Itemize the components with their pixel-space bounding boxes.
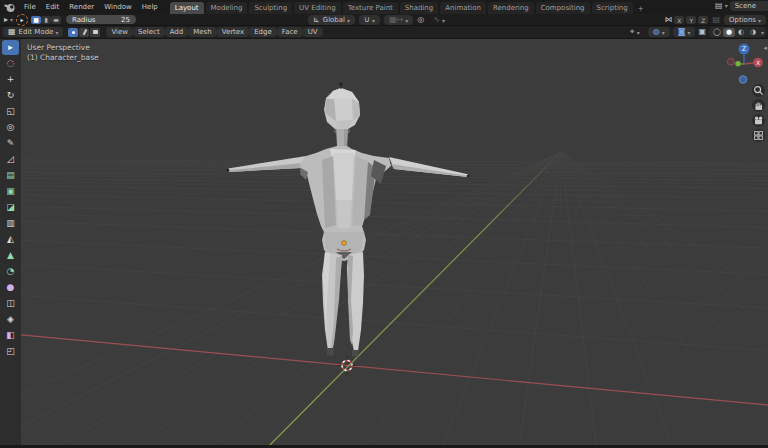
smooth-tool-button[interactable]: ● — [2, 280, 19, 295]
select-mode-extend-button[interactable]: ▮ — [41, 16, 51, 24]
perspective-toggle-button[interactable] — [752, 129, 765, 142]
knife-tool-button[interactable]: ◭ — [2, 232, 19, 247]
poly-build-tool-button[interactable]: ▲ — [2, 248, 19, 263]
falloff-icon: ∿ — [433, 16, 440, 24]
active-tool-indicator[interactable]: ▸ — [16, 14, 28, 26]
magnifier-icon — [753, 85, 764, 96]
mirror-z-button[interactable]: Z — [698, 16, 708, 24]
edge-slide-tool-button[interactable]: ◫ — [2, 296, 19, 311]
tab-texture-paint[interactable]: Texture Paint — [343, 2, 398, 14]
edge-select-icon — [82, 29, 86, 35]
mirror-icon: ⋈ — [664, 16, 672, 24]
mirror-y-button[interactable]: Y — [686, 16, 696, 24]
options-dropdown[interactable]: Options — [724, 15, 766, 25]
transform-tool-button[interactable]: ◎ — [2, 120, 19, 135]
radius-slider[interactable]: Radius 25 — [66, 15, 136, 24]
gizmo-minus-z-axis[interactable] — [739, 76, 747, 84]
falloff-dropdown[interactable]: ∿ — [428, 15, 450, 25]
proportional-edit-toggle[interactable]: ◎ — [417, 16, 424, 24]
gizmo-y-axis[interactable] — [735, 61, 740, 66]
tab-scripting[interactable]: Scripting — [592, 2, 633, 14]
render-pass-icon[interactable]: ▣ — [698, 28, 706, 36]
tab-sculpting[interactable]: Sculpting — [249, 2, 292, 14]
menu-vertex[interactable]: Vertex — [217, 27, 250, 37]
shading-rendered-button[interactable]: ◑ — [747, 28, 759, 37]
snap-target-dropdown[interactable]: ▦ ↦ — [384, 15, 413, 25]
menu-window[interactable]: Window — [99, 3, 137, 11]
select-mode-new-button[interactable]: ■ — [31, 16, 41, 24]
orientation-icon: ⊾ — [313, 16, 320, 24]
tab-layout[interactable]: Layout — [170, 2, 204, 14]
radius-label: Radius — [72, 16, 95, 24]
tweak-tool-button[interactable]: ▸ — [2, 40, 19, 55]
menu-edge[interactable]: Edge — [249, 27, 277, 37]
extrude-region-tool-button[interactable]: ▤ — [2, 168, 19, 183]
extra-option-icon[interactable]: ▤ — [712, 16, 720, 24]
measure-tool-button[interactable]: ◿ — [2, 152, 19, 167]
menu-help[interactable]: Help — [137, 3, 163, 11]
menu-select[interactable]: Select — [133, 27, 165, 37]
loop-cut-tool-button[interactable]: ▥ — [2, 216, 19, 231]
show-gizmos-dropdown[interactable]: ⌖ — [625, 27, 645, 37]
bevel-tool-button[interactable]: ◪ — [2, 200, 19, 215]
blender-logo-icon[interactable] — [4, 1, 16, 13]
face-select-button[interactable] — [90, 28, 100, 37]
inset-faces-tool-button[interactable]: ▣ — [2, 184, 19, 199]
radius-value: 25 — [121, 16, 130, 24]
active-object-label: (1) Character_base — [27, 53, 99, 62]
menu-mesh[interactable]: Mesh — [188, 27, 216, 37]
snap-grid-icon: ▦ — [389, 16, 397, 24]
select-mode-subtract-button[interactable]: ▬ — [51, 16, 61, 24]
menu-face[interactable]: Face — [277, 27, 303, 37]
menu-edit[interactable]: Edit — [41, 3, 65, 11]
mode-dropdown[interactable]: ▦ Edit Mode — [3, 27, 63, 37]
orientation-label: Global — [323, 16, 345, 24]
rotate-tool-button[interactable]: ↻ — [2, 88, 19, 103]
move-tool-button[interactable]: + — [2, 72, 19, 87]
mirror-x-button[interactable]: X — [674, 16, 684, 24]
show-overlays-dropdown[interactable]: ◍ — [648, 27, 670, 37]
menu-file[interactable]: File — [19, 3, 41, 11]
menu-uv[interactable]: UV — [303, 27, 323, 37]
tab-uv-editing[interactable]: UV Editing — [294, 2, 341, 14]
scene-name[interactable]: Scene — [730, 1, 768, 11]
navigation-gizmo[interactable]: Z X — [726, 40, 766, 88]
menu-view[interactable]: View — [106, 27, 133, 37]
menu-render[interactable]: Render — [64, 3, 99, 11]
shading-mode-group: ◯ ● ◐ ◑ — [709, 27, 766, 37]
gizmo-minus-x-axis[interactable] — [727, 58, 734, 65]
annotate-tool-button[interactable]: ✎ — [2, 136, 19, 151]
tool-header-icon[interactable]: ▸ — [4, 16, 13, 24]
scale-tool-button[interactable]: ◱ — [2, 104, 19, 119]
gizmo-z-label: Z — [742, 45, 747, 53]
edge-select-button[interactable] — [79, 28, 89, 37]
tab-rendering[interactable]: Rendering — [488, 2, 534, 14]
shading-wireframe-button[interactable]: ◯ — [711, 28, 723, 37]
orientation-dropdown[interactable]: ⊾ Global — [308, 15, 355, 25]
character-mesh[interactable] — [227, 82, 470, 357]
cursor-tool-button[interactable]: ◌ — [2, 56, 19, 71]
mesh-select-mode-group — [68, 28, 101, 37]
spin-tool-button[interactable]: ◔ — [2, 264, 19, 279]
snap-target-icon: ↦ — [397, 16, 404, 24]
scene-icon[interactable]: ▤ — [715, 2, 728, 10]
camera-view-button[interactable] — [752, 114, 765, 127]
shear-tool-button[interactable]: ◧ — [2, 328, 19, 343]
snapping-dropdown[interactable]: ∪ — [359, 15, 380, 25]
shrink-fatten-tool-button[interactable]: ◈ — [2, 312, 19, 327]
tab-modeling[interactable]: Modeling — [206, 2, 248, 14]
pan-button[interactable] — [752, 99, 765, 112]
shading-material-button[interactable]: ◐ — [735, 28, 747, 37]
xray-dropdown[interactable]: ◙ — [673, 27, 696, 37]
magnet-icon: ∪ — [364, 16, 370, 24]
add-workspace-button[interactable]: + — [634, 4, 648, 14]
tab-shading[interactable]: Shading — [400, 2, 438, 14]
rip-region-tool-button[interactable]: ◰ — [2, 344, 19, 359]
tab-animation[interactable]: Animation — [440, 2, 486, 14]
shading-solid-button[interactable]: ● — [723, 28, 735, 37]
menu-add[interactable]: Add — [165, 27, 189, 37]
viewport-3d[interactable] — [0, 0, 768, 448]
tab-compositing[interactable]: Compositing — [536, 2, 590, 14]
zoom-button[interactable] — [752, 84, 765, 97]
vertex-select-button[interactable] — [68, 28, 78, 37]
